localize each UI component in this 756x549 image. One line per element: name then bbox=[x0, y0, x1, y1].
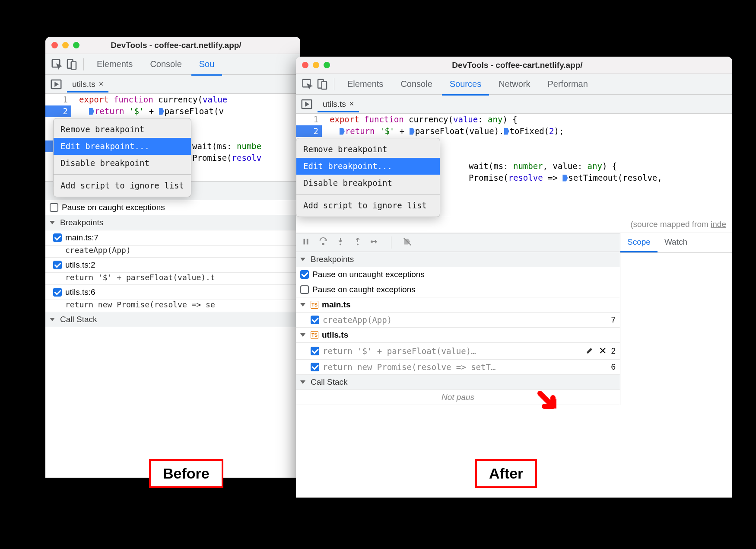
checkbox-checked[interactable] bbox=[311, 363, 319, 371]
breakpoint-group[interactable]: TS main.ts bbox=[296, 297, 620, 313]
menu-remove-breakpoint[interactable]: Remove breakpoint bbox=[54, 121, 191, 138]
svg-rect-14 bbox=[322, 81, 327, 89]
device-icon[interactable] bbox=[316, 78, 329, 91]
disclosure-icon bbox=[50, 318, 55, 321]
checkbox-checked[interactable] bbox=[53, 261, 62, 269]
checkbox-checked[interactable] bbox=[53, 288, 62, 297]
annotation-arrow-icon bbox=[536, 389, 562, 415]
menu-ignore-script[interactable]: Add script to ignore list bbox=[54, 177, 191, 194]
line-gutter[interactable]: 1 bbox=[296, 114, 322, 125]
inline-breakpoint-icon[interactable] bbox=[504, 128, 509, 135]
navigator-icon[interactable] bbox=[300, 98, 313, 111]
debugger-toolbar bbox=[296, 233, 620, 252]
step-over-icon[interactable] bbox=[318, 237, 328, 248]
breakpoint-snippet: createApp(App) bbox=[45, 246, 300, 258]
inline-breakpoint-icon[interactable] bbox=[340, 128, 345, 135]
deactivate-breakpoints-icon[interactable] bbox=[403, 237, 412, 248]
line-gutter-bp[interactable]: 2 bbox=[296, 125, 322, 137]
context-menu: Remove breakpoint Edit breakpoint... Dis… bbox=[296, 138, 440, 217]
breakpoint-item[interactable]: createApp(App) 7 bbox=[296, 313, 620, 328]
device-icon[interactable] bbox=[65, 58, 78, 71]
checkbox[interactable] bbox=[50, 203, 58, 212]
menu-edit-breakpoint[interactable]: Edit breakpoint... bbox=[296, 158, 440, 175]
inline-breakpoint-icon[interactable] bbox=[410, 128, 415, 135]
checkbox-checked[interactable] bbox=[53, 233, 62, 242]
disclosure-icon bbox=[300, 333, 305, 337]
call-stack-header[interactable]: Call Stack bbox=[296, 375, 620, 390]
tab-console[interactable]: Console bbox=[142, 54, 189, 74]
breakpoint-item[interactable]: return new Promise(resolve => setT… 6 bbox=[296, 360, 620, 375]
code-editor[interactable]: 1 export function currency(value 2 retur… bbox=[45, 94, 300, 164]
close-icon[interactable] bbox=[51, 42, 58, 48]
call-stack-header[interactable]: Call Stack bbox=[45, 312, 300, 327]
svg-point-19 bbox=[340, 244, 341, 246]
file-tab[interactable]: utils.ts × bbox=[67, 76, 108, 93]
breakpoint-item[interactable]: utils.ts:2 bbox=[45, 258, 300, 273]
pause-uncaught-row[interactable]: Pause on uncaught exceptions bbox=[296, 267, 620, 282]
pause-icon[interactable] bbox=[301, 237, 311, 248]
sources-subtoolbar: utils.ts × bbox=[45, 75, 300, 94]
close-tab-icon[interactable]: × bbox=[349, 99, 354, 109]
pause-caught-row[interactable]: Pause on caught exceptions bbox=[296, 282, 620, 297]
separator bbox=[83, 58, 84, 70]
tab-performance[interactable]: Performan bbox=[540, 74, 596, 94]
step-icon[interactable] bbox=[370, 237, 380, 248]
menu-ignore-script[interactable]: Add script to ignore list bbox=[296, 197, 440, 214]
menu-edit-breakpoint[interactable]: Edit breakpoint... bbox=[54, 138, 191, 155]
step-out-icon[interactable] bbox=[353, 237, 362, 248]
inline-breakpoint-icon[interactable] bbox=[562, 175, 568, 182]
tab-network[interactable]: Network bbox=[491, 74, 538, 94]
menu-disable-breakpoint[interactable]: Disable breakpoint bbox=[296, 175, 440, 192]
breakpoints-header[interactable]: Breakpoints bbox=[45, 215, 300, 230]
watch-tab[interactable]: Watch bbox=[658, 233, 694, 252]
tab-sources[interactable]: Sources bbox=[442, 74, 489, 96]
tab-elements[interactable]: Elements bbox=[89, 54, 140, 74]
close-tab-icon[interactable]: × bbox=[99, 80, 104, 89]
line-gutter-bp[interactable]: 2 bbox=[45, 105, 71, 117]
checkbox[interactable] bbox=[300, 285, 309, 294]
edit-icon[interactable] bbox=[586, 346, 594, 357]
disclosure-icon bbox=[300, 303, 305, 306]
not-paused: Not paus bbox=[296, 390, 620, 405]
line-number: 2 bbox=[611, 346, 616, 356]
navigator-icon[interactable] bbox=[50, 78, 63, 91]
step-into-icon[interactable] bbox=[336, 237, 345, 248]
disclosure-icon bbox=[300, 258, 305, 261]
sources-subtoolbar: utils.ts × bbox=[296, 95, 732, 114]
checkbox-checked[interactable] bbox=[311, 347, 319, 355]
remove-icon[interactable]: ✕ bbox=[599, 345, 607, 357]
side-tabs: Scope Watch bbox=[620, 233, 732, 253]
scope-tab[interactable]: Scope bbox=[620, 233, 658, 252]
code-text: export function currency(value: any) { bbox=[322, 114, 518, 125]
breakpoints-header[interactable]: Breakpoints bbox=[296, 252, 620, 267]
tab-console[interactable]: Console bbox=[393, 74, 440, 94]
menu-remove-breakpoint[interactable]: Remove breakpoint bbox=[296, 141, 440, 158]
breakpoint-item[interactable]: main.ts:7 bbox=[45, 230, 300, 246]
inline-breakpoint-icon[interactable] bbox=[159, 108, 164, 115]
svg-rect-16 bbox=[304, 239, 305, 245]
inspect-icon[interactable] bbox=[301, 78, 314, 91]
line-number: 6 bbox=[611, 362, 616, 372]
code-text: return '$' + parseFloat(value).toFixed(2… bbox=[322, 125, 564, 137]
menu-separator bbox=[296, 194, 440, 195]
file-tab-label: utils.ts bbox=[72, 80, 95, 89]
tab-sources[interactable]: Sou bbox=[191, 54, 222, 76]
menu-disable-breakpoint[interactable]: Disable breakpoint bbox=[54, 155, 191, 172]
checkbox-checked[interactable] bbox=[300, 270, 309, 279]
line-gutter[interactable]: 1 bbox=[45, 94, 71, 105]
close-icon[interactable] bbox=[302, 62, 308, 68]
menu-separator bbox=[54, 174, 191, 175]
inline-breakpoint-icon[interactable] bbox=[89, 108, 94, 115]
inspect-icon[interactable] bbox=[51, 58, 64, 71]
breakpoint-group[interactable]: TS utils.ts bbox=[296, 328, 620, 343]
code-editor[interactable]: 1 export function currency(value: any) {… bbox=[296, 114, 732, 184]
window-title: DevTools - coffee-cart.netlify.app/ bbox=[308, 61, 726, 70]
tab-elements[interactable]: Elements bbox=[340, 74, 391, 94]
pause-caught-row[interactable]: Pause on caught exceptions bbox=[45, 200, 300, 215]
disclosure-icon bbox=[50, 221, 55, 224]
checkbox-checked[interactable] bbox=[311, 316, 319, 324]
disclosure-icon bbox=[300, 380, 305, 384]
breakpoint-item[interactable]: utils.ts:6 bbox=[45, 285, 300, 300]
breakpoint-item[interactable]: return '$' + parseFloat(value)… ✕ 2 bbox=[296, 343, 620, 360]
file-tab[interactable]: utils.ts × bbox=[318, 96, 359, 112]
